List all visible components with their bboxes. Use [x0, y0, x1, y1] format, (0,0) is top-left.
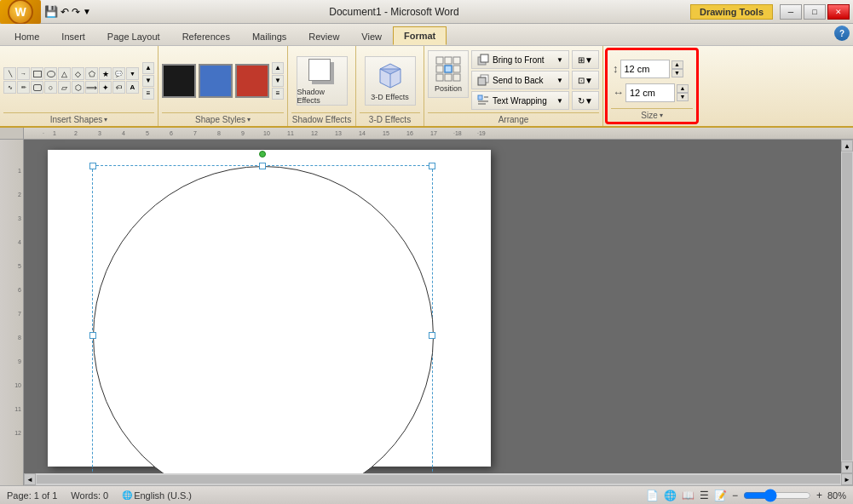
tab-home[interactable]: Home — [3, 26, 50, 45]
shape-diamond[interactable]: ◇ — [72, 67, 84, 80]
handle-rotate[interactable] — [259, 151, 266, 158]
shapes-scroll-expand[interactable]: ≡ — [142, 88, 154, 100]
view-web-btn[interactable]: 🌐 — [664, 490, 677, 501]
language-icon[interactable]: 🌐 English (U.S.) — [122, 490, 192, 501]
close-button[interactable]: ✕ — [827, 4, 850, 20]
view-normal-btn[interactable]: 📄 — [646, 490, 659, 501]
shape-callout[interactable]: 💬 — [112, 67, 125, 80]
zoom-in-btn[interactable]: + — [816, 490, 822, 501]
scroll-down-arrow[interactable]: ▼ — [841, 461, 853, 473]
shape-rect[interactable] — [31, 67, 43, 80]
shape-triangle[interactable]: △ — [58, 67, 71, 80]
text-wrapping-button[interactable]: Text Wrapping ▼ — [471, 91, 569, 110]
handle-mid-left[interactable] — [89, 332, 96, 339]
scroll-right-arrow[interactable]: ► — [841, 473, 853, 485]
tab-review[interactable]: Review — [297, 26, 350, 45]
save-icon[interactable]: 💾 — [44, 5, 58, 18]
handle-top-center[interactable] — [259, 163, 266, 169]
tab-view[interactable]: View — [350, 26, 393, 45]
shapes-more[interactable]: ▼ — [126, 67, 139, 80]
scroll-up-arrow[interactable]: ▲ — [841, 140, 853, 152]
handle-top-left[interactable] — [89, 163, 96, 169]
view-outline-btn[interactable]: ☰ — [700, 490, 709, 501]
group-button[interactable]: ⊡▼ — [572, 71, 599, 89]
shape-selection[interactable] — [92, 165, 433, 473]
office-button[interactable]: W — [0, 0, 41, 24]
send-to-back-button[interactable]: Send to Back ▼ — [471, 71, 569, 89]
quick-access-more-icon[interactable]: ▼ — [83, 7, 91, 16]
style-blue-swatch[interactable] — [199, 64, 233, 98]
shape-arrow2[interactable]: ⟹ — [85, 81, 98, 94]
bring-to-front-arrow[interactable]: ▼ — [556, 56, 563, 64]
insert-shapes-label: Insert Shapes ▾ — [3, 112, 154, 126]
scroll-thumb-v[interactable] — [842, 152, 852, 461]
shape-curve[interactable]: ∿ — [3, 81, 16, 94]
send-to-back-arrow[interactable]: ▼ — [556, 77, 563, 84]
style-scroll-down[interactable]: ▼ — [272, 75, 284, 87]
style-red-swatch[interactable] — [235, 64, 269, 98]
shadow-effects-button[interactable]: Shadow Effects — [297, 56, 348, 106]
view-draft-btn[interactable]: 📝 — [714, 490, 727, 501]
minimize-button[interactable]: ─ — [780, 4, 802, 20]
rotate-button[interactable]: ↻▼ — [572, 91, 599, 110]
help-button[interactable]: ? — [834, 26, 850, 41]
tab-references[interactable]: References — [171, 26, 241, 45]
shapes-scroll-up[interactable]: ▲ — [142, 62, 154, 74]
svg-rect-9 — [436, 74, 443, 81]
handle-mid-right[interactable] — [429, 332, 435, 339]
status-bar: Page: 1 of 1 Words: 0 🌐 English (U.S.) 📄… — [0, 485, 853, 504]
shape-star[interactable]: ★ — [99, 67, 112, 80]
view-reading-btn[interactable]: 📖 — [682, 490, 695, 501]
shape-pentagon[interactable]: ⬠ — [85, 67, 98, 80]
status-right: 📄 🌐 📖 ☰ 📝 − + 80% — [646, 490, 846, 501]
shape-rounded-rect[interactable] — [31, 81, 43, 94]
shapes-scroll-down[interactable]: ▼ — [142, 75, 154, 87]
position-button[interactable]: Position — [428, 50, 469, 98]
effects-3d-button[interactable]: 3-D Effects — [365, 56, 416, 106]
height-input[interactable] — [620, 60, 670, 78]
style-scroll-up[interactable]: ▲ — [272, 62, 284, 74]
shape-donut[interactable]: ○ — [44, 81, 57, 94]
width-input[interactable] — [625, 83, 675, 102]
shape-parallelogram[interactable]: ▱ — [58, 81, 71, 94]
shape-hexagon[interactable]: ⬡ — [72, 81, 84, 94]
circle-shape[interactable] — [93, 166, 434, 473]
bring-to-front-button[interactable]: Bring to Front ▼ — [471, 50, 569, 69]
svg-rect-10 — [445, 74, 452, 81]
shape-styles-arrow[interactable]: ▾ — [247, 116, 251, 123]
scrollbar-vertical[interactable]: ▲ ▼ — [841, 140, 853, 473]
shape-arrow[interactable]: → — [17, 67, 30, 80]
tab-page-layout[interactable]: Page Layout — [96, 26, 171, 45]
height-spin-down[interactable]: ▼ — [671, 69, 683, 77]
scroll-thumb-h[interactable] — [37, 475, 840, 484]
maximize-button[interactable]: □ — [804, 4, 826, 20]
title-text: Document1 - Microsoft Word — [98, 6, 690, 18]
zoom-slider[interactable] — [743, 490, 811, 501]
redo-icon[interactable]: ↷ — [72, 6, 80, 18]
tab-format[interactable]: Format — [393, 26, 447, 45]
width-spin-up[interactable]: ▲ — [677, 84, 689, 93]
shape-freeform[interactable]: ✏ — [17, 81, 30, 94]
insert-shapes-arrow[interactable]: ▾ — [104, 116, 107, 123]
zoom-out-btn[interactable]: − — [732, 490, 738, 501]
handle-top-right[interactable] — [429, 163, 435, 169]
tab-mailings[interactable]: Mailings — [241, 26, 297, 45]
style-black-swatch[interactable] — [162, 64, 196, 98]
shape-line[interactable]: ╲ — [3, 67, 16, 80]
scroll-left-arrow[interactable]: ◄ — [24, 473, 36, 485]
svg-rect-4 — [445, 57, 452, 64]
scrollbar-horizontal[interactable]: ◄ ► — [24, 473, 853, 485]
size-arrow[interactable]: ▾ — [660, 112, 663, 119]
height-spin-up[interactable]: ▲ — [671, 60, 683, 69]
align-button[interactable]: ⊞▼ — [572, 50, 599, 69]
style-scroll-expand[interactable]: ≡ — [272, 88, 284, 100]
shape-text[interactable]: A — [126, 81, 139, 94]
shape-banner[interactable]: 🏷 — [112, 81, 125, 94]
tab-insert[interactable]: Insert — [50, 26, 96, 45]
text-wrapping-arrow[interactable]: ▼ — [556, 97, 563, 105]
undo-icon[interactable]: ↶ — [61, 6, 69, 18]
shape-oval[interactable] — [44, 67, 57, 80]
shape-star2[interactable]: ✦ — [99, 81, 112, 94]
width-spin-down[interactable]: ▼ — [677, 93, 689, 101]
page-area — [24, 140, 841, 473]
